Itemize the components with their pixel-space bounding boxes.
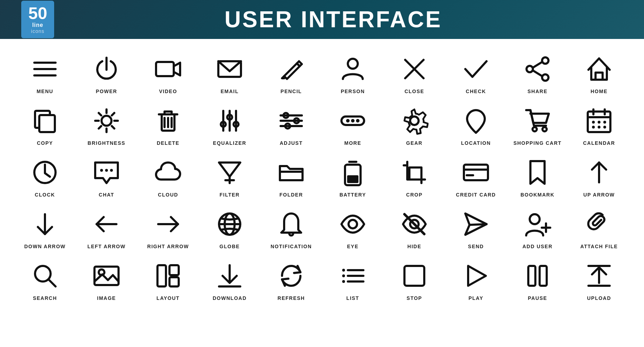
delete-icon [152,105,184,137]
check-icon [460,53,492,85]
list-icon [337,260,369,292]
power-icon-item: POWER [78,50,135,98]
svg-point-10 [542,74,548,81]
brightness-icon [91,105,122,137]
chat-icon [91,157,122,188]
icons-row-3: CLOCK CHAT CLOUD FILTER [14,153,630,201]
notification-label: NOTIFICATION [271,244,312,249]
play-icon [460,260,492,292]
right-arrow-icon [152,208,184,240]
bookmark-label: BOOKMARK [521,192,554,198]
menu-icon [29,53,61,85]
gear-icon-item: GEAR [386,101,443,149]
download-icon [214,260,246,292]
pause-icon [522,260,553,292]
shopping-cart-icon-item: SHOPPING CART [509,101,566,149]
chat-label: CHAT [99,192,114,198]
svg-rect-106 [540,266,547,286]
svg-point-55 [603,121,606,124]
svg-line-90 [48,279,56,286]
svg-line-21 [99,113,101,115]
person-label: PERSON [341,89,365,94]
globe-icon-item: GLOBE [201,205,258,253]
calendar-icon-item: CALENDAR [571,101,627,149]
add-user-label: ADD USER [522,244,552,249]
hide-label: HIDE [407,244,421,249]
video-icon-item: VIDEO [140,50,196,98]
down-arrow-icon [29,208,61,240]
svg-point-56 [592,126,595,129]
add-user-icon [522,208,553,240]
down-arrow-label: DOWN ARROW [24,244,65,249]
adjust-icon [275,105,307,137]
cloud-icon [152,157,184,188]
left-arrow-icon [91,208,122,240]
crop-icon [398,157,430,188]
stop-icon-item: STOP [386,256,443,305]
notification-icon [275,208,307,240]
svg-line-24 [99,126,101,129]
download-label: DOWNLOAD [213,295,247,301]
eye-label: EYE [347,244,359,249]
badge-line2: icons [31,28,45,34]
svg-rect-15 [39,115,55,132]
notification-icon-item: NOTIFICATION [263,205,320,253]
list-label: LIST [346,295,359,301]
globe-icon [214,208,246,240]
power-label: POWER [96,89,117,94]
svg-line-85 [470,224,487,225]
add-user-icon-item: ADD USER [509,205,566,253]
equalizer-icon-item: EQUALIZER [201,101,258,149]
search-label: SEARCH [33,295,57,301]
svg-line-22 [112,126,114,129]
layout-icon [152,260,184,292]
person-icon-item: PERSON [324,50,381,98]
header: 50 line icons USER INTERFACE [0,0,644,39]
icons-row-4: DOWN ARROW LEFT ARROW RIGHT ARROW GLOBE [14,205,630,253]
bookmark-icon-item: BOOKMARK [509,153,566,201]
location-icon-item: LOCATION [448,101,504,149]
up-arrow-icon [583,157,615,188]
chat-icon-item: CHAT [78,153,135,201]
adjust-icon-item: ADJUST [263,101,320,149]
svg-point-98 [342,269,345,272]
svg-point-57 [598,126,600,129]
battery-label: BATTERY [339,192,366,198]
icons-row-2: COPY BRIGHTNESS DELETE EQUALIZER [14,101,630,149]
svg-rect-69 [347,175,358,183]
clock-icon-item: CLOCK [17,153,73,201]
page-title: USER INTERFACE [65,6,602,33]
svg-point-86 [530,214,540,224]
menu-icon-item: MENU [17,50,73,98]
credit-card-icon-item: CREDIT CARD [448,153,504,201]
pause-icon-item: PAUSE [509,256,566,305]
search-icon-item: SEARCH [17,256,73,305]
play-icon-item: PLAY [448,256,504,305]
brightness-label: BRIGHTNESS [88,140,126,146]
pencil-icon [275,53,307,85]
image-label: IMAGE [97,295,116,301]
globe-label: GLOBE [219,244,240,249]
attach-file-icon [583,208,615,240]
svg-line-13 [533,70,542,76]
right-arrow-label: RIGHT ARROW [147,244,189,249]
cloud-icon-item: CLOUD [140,153,196,201]
icons-grid: MENU POWER VIDEO EMAIL P [0,39,644,315]
svg-rect-71 [464,165,488,180]
svg-point-81 [349,220,357,228]
email-icon [214,53,246,85]
clock-label: CLOCK [35,192,55,198]
bookmark-icon [522,157,553,188]
refresh-icon-item: REFRESH [263,256,320,305]
svg-point-16 [102,116,111,126]
left-arrow-label: LEFT ARROW [87,244,126,249]
attach-file-label: ATTACH FILE [580,244,618,249]
down-arrow-icon-item: DOWN ARROW [17,205,73,253]
image-icon-item: IMAGE [78,256,135,305]
send-icon [460,208,492,240]
svg-point-53 [592,121,595,124]
email-icon-item: EMAIL [201,50,258,98]
svg-rect-95 [169,277,179,286]
home-icon [583,53,615,85]
list-icon-item: LIST [324,256,381,305]
